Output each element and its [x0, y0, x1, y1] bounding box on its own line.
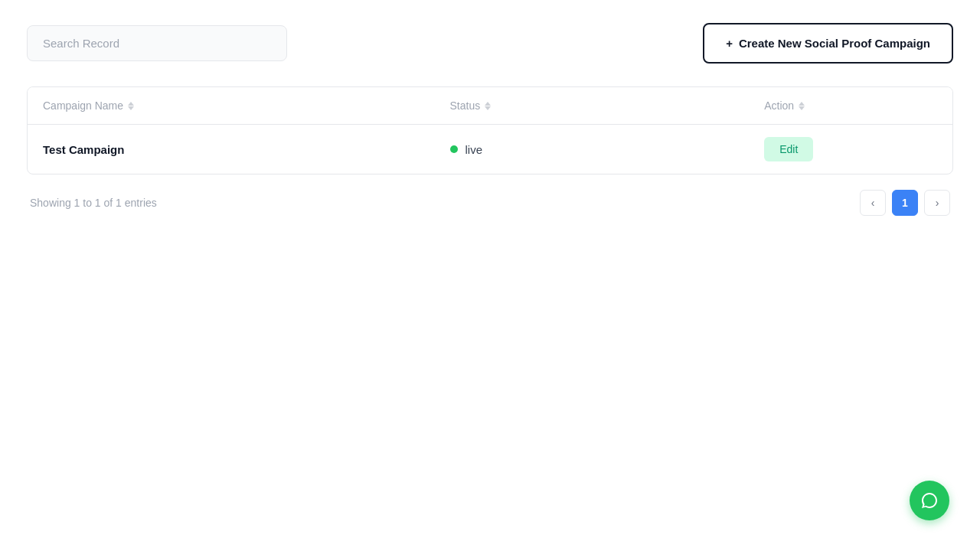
create-campaign-button[interactable]: + Create New Social Proof Campaign	[703, 23, 953, 64]
campaigns-table: Campaign Name Status	[28, 87, 952, 174]
main-container: + Create New Social Proof Campaign Campa…	[0, 0, 980, 239]
campaign-name-value: Test Campaign	[43, 143, 124, 156]
chat-icon	[920, 491, 939, 510]
search-wrapper	[27, 25, 287, 61]
next-page-button[interactable]: ›	[924, 190, 950, 216]
column-header-status[interactable]: Status	[435, 87, 750, 125]
campaigns-table-container: Campaign Name Status	[27, 86, 953, 174]
status-text: live	[466, 143, 483, 156]
search-input[interactable]	[27, 25, 287, 61]
create-btn-label: Create New Social Proof Campaign	[739, 37, 930, 50]
page-1-button[interactable]: 1	[892, 190, 918, 216]
prev-page-button[interactable]: ‹	[860, 190, 886, 216]
table-footer: Showing 1 to 1 of 1 entries ‹ 1 ›	[27, 190, 953, 216]
top-bar: + Create New Social Proof Campaign	[27, 23, 953, 64]
pagination: ‹ 1 ›	[860, 190, 950, 216]
table-row: Test Campaign live Edit	[28, 125, 952, 174]
sort-icon-action	[799, 102, 805, 110]
edit-button[interactable]: Edit	[764, 137, 813, 161]
page-number: 1	[902, 197, 908, 209]
sort-icon-campaign	[128, 102, 134, 110]
entries-count: Showing 1 to 1 of 1 entries	[30, 197, 157, 209]
sort-icon-status	[485, 102, 491, 110]
chevron-left-icon: ‹	[871, 197, 875, 209]
column-header-campaign-name[interactable]: Campaign Name	[28, 87, 435, 125]
campaign-name-cell: Test Campaign	[28, 125, 435, 174]
status-dot	[450, 145, 458, 153]
chevron-right-icon: ›	[936, 197, 939, 209]
plus-icon: +	[726, 37, 733, 50]
status-cell: live	[435, 125, 750, 174]
action-cell: Edit	[749, 125, 952, 174]
chat-support-button[interactable]	[910, 481, 949, 520]
column-header-action[interactable]: Action	[749, 87, 952, 125]
action-label: Action	[764, 99, 794, 112]
status-label: Status	[450, 99, 481, 112]
campaign-name-label: Campaign Name	[43, 99, 123, 112]
